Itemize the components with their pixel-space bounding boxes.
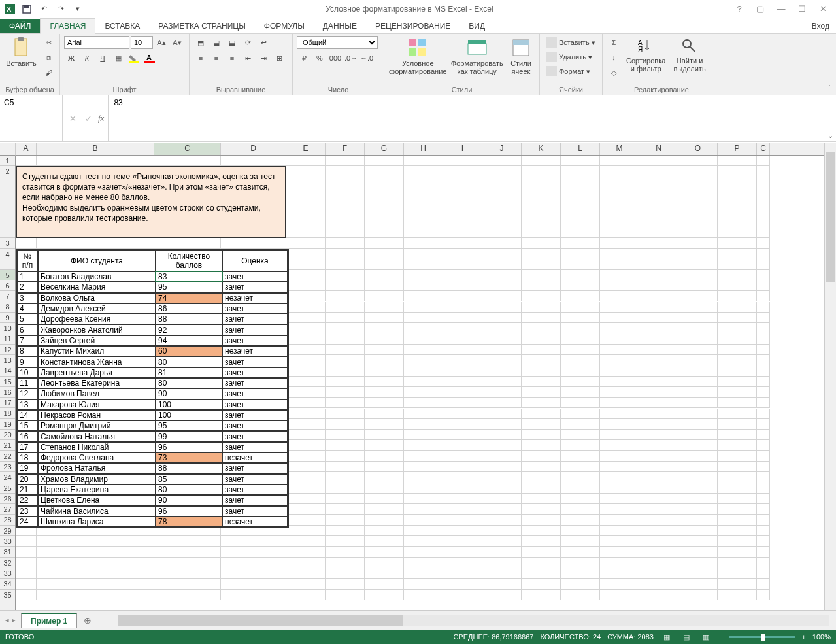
help-icon[interactable]: ? <box>731 3 747 16</box>
merge-icon[interactable]: ⊞ <box>272 52 286 65</box>
vertical-scrbad          bar[interactable] <box>824 143 836 610</box>
col-header-C[interactable]: C <box>757 143 770 155</box>
bold-icon[interactable]: Ж <box>64 52 78 65</box>
clear-icon[interactable]: ◇ <box>607 66 621 79</box>
view-page-break-icon[interactable]: ▥ <box>699 632 712 642</box>
sheet-nav-first-icon[interactable]: ◂ <box>5 616 9 624</box>
row-header-25[interactable]: 25 <box>0 483 15 494</box>
row-header-35[interactable]: 35 <box>0 590 15 600</box>
row-header-4[interactable]: 4 <box>0 249 15 270</box>
font-color-icon[interactable]: A <box>142 52 157 65</box>
row-header-21[interactable]: 21 <box>0 440 15 450</box>
col-header-I[interactable]: I <box>443 143 482 155</box>
row-header-20[interactable]: 20 <box>0 430 15 440</box>
row-header-23[interactable]: 23 <box>0 462 15 472</box>
tab-file[interactable]: ФАЙЛ <box>0 19 40 33</box>
tab-insert[interactable]: ВСТАВКА <box>95 19 149 33</box>
sort-filter-button[interactable]: AЯ Сортировка и фильтр <box>624 36 668 74</box>
col-header-A[interactable]: A <box>16 143 37 155</box>
row-header-3[interactable]: 3 <box>0 238 15 248</box>
row-header-28[interactable]: 28 <box>0 515 15 525</box>
row-header-22[interactable]: 22 <box>0 451 15 462</box>
format-as-table-button[interactable]: Форматировать как таблицу <box>450 36 504 76</box>
vscroll-thumb[interactable] <box>826 152 835 282</box>
row-header-30[interactable]: 30 <box>0 536 15 547</box>
col-header-L[interactable]: L <box>561 143 600 155</box>
qat-customize-icon[interactable]: ▾ <box>71 2 85 16</box>
percent-icon[interactable]: % <box>312 52 327 65</box>
formula-input[interactable]: 83 <box>109 95 836 140</box>
redo-icon[interactable]: ↷ <box>54 2 68 16</box>
row-header-15[interactable]: 15 <box>0 377 15 387</box>
font-name-combo[interactable] <box>64 36 129 49</box>
cell-styles-button[interactable]: Стили ячеек <box>507 36 535 76</box>
sheet-tab-active[interactable]: Пример 1 <box>21 613 77 628</box>
align-right-icon[interactable]: ≡ <box>225 52 239 65</box>
enter-formula-icon[interactable]: ✓ <box>82 114 94 124</box>
row-header-16[interactable]: 16 <box>0 387 15 398</box>
row-header-9[interactable]: 9 <box>0 313 15 323</box>
increase-indent-icon[interactable]: ⇥ <box>256 52 271 65</box>
align-top-icon[interactable]: ⬒ <box>193 36 208 49</box>
conditional-formatting-button[interactable]: Условное форматирование <box>388 36 447 76</box>
tab-view[interactable]: ВИД <box>460 19 494 33</box>
format-cells-button[interactable]: Формат ▾ <box>544 65 593 78</box>
autosum-icon[interactable]: Σ <box>607 36 621 49</box>
undo-icon[interactable]: ↶ <box>37 2 51 16</box>
col-header-N[interactable]: N <box>639 143 678 155</box>
align-bottom-icon[interactable]: ⬓ <box>225 36 239 49</box>
decrease-decimal-icon[interactable]: ←.0 <box>359 52 374 65</box>
col-header-H[interactable]: H <box>404 143 443 155</box>
col-header-F[interactable]: F <box>326 143 365 155</box>
row-header-10[interactable]: 10 <box>0 323 15 333</box>
paste-button[interactable]: Вставить <box>4 36 39 69</box>
name-box[interactable] <box>0 95 62 110</box>
comma-icon[interactable]: 000 <box>328 52 343 65</box>
orientation-icon[interactable]: ⟳ <box>241 36 255 49</box>
row-header-27[interactable]: 27 <box>0 504 15 515</box>
add-sheet-icon[interactable]: ⊕ <box>77 613 98 628</box>
minimize-icon[interactable]: — <box>773 3 789 16</box>
col-header-P[interactable]: P <box>718 143 757 155</box>
horizontal-scrollbar[interactable] <box>118 615 829 626</box>
col-header-G[interactable]: G <box>365 143 404 155</box>
col-header-O[interactable]: O <box>678 143 718 155</box>
row-header-13[interactable]: 13 <box>0 355 15 365</box>
insert-cells-button[interactable]: Вставить ▾ <box>544 36 598 49</box>
row-header-18[interactable]: 18 <box>0 408 15 418</box>
zoom-slider[interactable] <box>729 636 795 638</box>
fx-icon[interactable]: fx <box>98 113 104 124</box>
tab-layout[interactable]: РАЗМЕТКА СТРАНИЦЫ <box>149 19 255 33</box>
row-header-6[interactable]: 6 <box>0 280 15 291</box>
row-header-1[interactable]: 1 <box>0 156 15 166</box>
tab-formulas[interactable]: ФОРМУЛЫ <box>255 19 314 33</box>
row-header-14[interactable]: 14 <box>0 365 15 376</box>
row-header-34[interactable]: 34 <box>0 579 15 589</box>
row-header-33[interactable]: 33 <box>0 568 15 579</box>
row-header-26[interactable]: 26 <box>0 494 15 504</box>
borders-icon[interactable]: ▦ <box>111 52 125 65</box>
cut-icon[interactable]: ✂ <box>41 36 56 49</box>
col-header-M[interactable]: M <box>600 143 639 155</box>
tab-data[interactable]: ДАННЫЕ <box>314 19 366 33</box>
align-left-icon[interactable]: ≡ <box>193 52 208 65</box>
collapse-ribbon-icon[interactable]: ˆ <box>823 82 836 95</box>
row-header-24[interactable]: 24 <box>0 472 15 483</box>
row-header-2[interactable]: 2 <box>0 166 15 238</box>
close-icon[interactable]: ✕ <box>815 3 831 16</box>
row-header-5[interactable]: 5 <box>0 270 15 280</box>
cells-area[interactable]: Студенты сдают тест по теме «Рыночная эк… <box>16 156 824 610</box>
zoom-out-icon[interactable]: − <box>719 633 723 641</box>
col-header-C[interactable]: C <box>154 143 221 155</box>
copy-icon[interactable]: ⧉ <box>41 51 56 64</box>
increase-font-icon[interactable]: A▴ <box>154 36 169 49</box>
row-header-12[interactable]: 12 <box>0 345 15 355</box>
zoom-level[interactable]: 100% <box>812 633 831 641</box>
number-format-combo[interactable]: Общий <box>297 36 378 49</box>
currency-icon[interactable]: ₽ <box>297 52 311 65</box>
row-header-29[interactable]: 29 <box>0 526 15 536</box>
sheet-nav-last-icon[interactable]: ▸ <box>12 616 16 624</box>
hscroll-thumb[interactable] <box>118 615 403 626</box>
fill-icon[interactable]: ↓ <box>607 51 621 64</box>
row-header-32[interactable]: 32 <box>0 558 15 568</box>
